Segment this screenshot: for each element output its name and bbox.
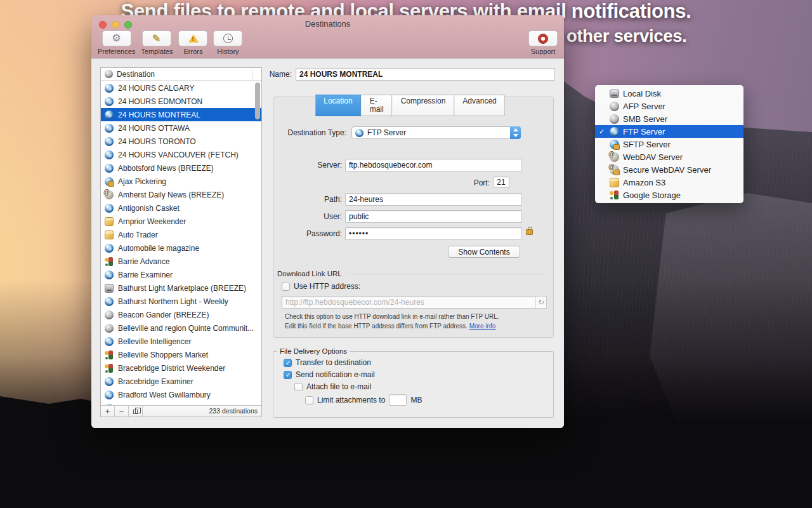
menu-item[interactable]: SFTP Server — [595, 138, 743, 150]
tab[interactable]: E-mail — [362, 95, 393, 116]
toolbar-button[interactable]: Templates — [141, 30, 173, 55]
user-input[interactable] — [345, 210, 522, 223]
file-delivery-options: File Delivery Options Transfer to destin… — [273, 347, 554, 418]
close-button[interactable] — [99, 21, 107, 29]
destination-row[interactable]: Antigonish Casket — [101, 201, 261, 215]
path-label: Path: — [273, 195, 342, 204]
destination-row[interactable]: Bracebridge District Weekender — [101, 361, 261, 375]
warning-icon — [188, 33, 199, 44]
support-button[interactable]: Support — [528, 30, 558, 55]
destination-row[interactable]: Bathurst Northern Light - Weekly — [101, 295, 261, 308]
sidebar-scrollbar[interactable] — [255, 83, 260, 404]
destination-row[interactable]: Belleville Shoppers Market — [101, 348, 261, 361]
destination-row[interactable]: Barrie Advance — [101, 255, 261, 268]
destination-type-value: FTP Server — [367, 128, 406, 137]
destination-row[interactable]: Arnprior Weekender — [101, 215, 261, 228]
destination-row[interactable]: Auto Trader — [101, 228, 261, 241]
name-input[interactable] — [296, 68, 555, 81]
transfer-checkbox[interactable] — [284, 359, 292, 367]
menu-item[interactable]: Local Disk — [595, 87, 743, 100]
port-input[interactable] — [493, 177, 509, 188]
webdav-icon — [105, 190, 114, 199]
duplicate-destination-button[interactable] — [129, 406, 143, 417]
destination-row[interactable]: Bathurst Light Marketplace (BREEZE) — [101, 281, 261, 295]
list-footer: + − 233 destinations — [101, 405, 261, 417]
destination-row[interactable]: 24 HOURS VANCOUVER (FETCH) — [101, 148, 261, 161]
globe-icon — [105, 377, 114, 386]
file-delivery-legend: File Delivery Options — [277, 347, 350, 355]
use-http-checkbox[interactable] — [282, 283, 290, 291]
toolbar-button[interactable]: Errors — [178, 30, 207, 55]
desktop: Send files to remote and local servers w… — [0, 0, 812, 508]
password-input[interactable] — [345, 227, 522, 240]
traffic-lights — [99, 21, 132, 29]
destination-row[interactable]: 24 HOURS TORONTO — [101, 135, 261, 148]
globe-icon — [105, 137, 114, 146]
show-contents-button[interactable]: Show Contents — [448, 246, 520, 258]
destination-row[interactable]: Bradford West Gwillambury — [101, 388, 261, 401]
globe-grey-icon — [610, 114, 619, 124]
globe-icon — [105, 244, 114, 253]
attach-label: Attach file to e-mail — [306, 382, 371, 391]
destination-row[interactable]: Abbotsford News (BREEZE) — [101, 161, 261, 175]
destination-row[interactable]: Automobile le magazine — [101, 241, 261, 255]
notification-checkbox[interactable] — [284, 371, 292, 379]
duplicate-icon — [133, 410, 138, 414]
menu-item[interactable]: WebDAV Server — [595, 150, 743, 163]
destination-row[interactable]: Ajax Pickering — [101, 175, 261, 188]
checkmark-icon: ✓ — [598, 128, 606, 136]
destination-column-header[interactable]: Destination — [101, 68, 261, 81]
menu-item[interactable]: Amazon S3 — [595, 176, 743, 189]
limit-mb-input[interactable] — [389, 394, 407, 406]
http-address-input[interactable] — [282, 296, 547, 309]
destination-row[interactable]: Beacon Gander (BREEZE) — [101, 308, 261, 321]
destination-row[interactable]: Belleville Intelligencer — [101, 335, 261, 348]
destination-row[interactable]: 24 HOURS OTTAWA — [101, 121, 261, 135]
refresh-icon[interactable]: ↻ — [535, 296, 547, 309]
remove-destination-button[interactable]: − — [115, 406, 129, 417]
download-link-title: Download Link URL — [277, 270, 342, 277]
webdav-lock-icon — [610, 165, 619, 175]
destination-type-popup[interactable]: FTP Server — [351, 126, 521, 139]
destination-row[interactable]: Barrie Examiner — [101, 268, 261, 281]
menu-item[interactable]: ✓ FTP Server — [595, 125, 743, 138]
destination-row[interactable]: 24 HOURS CALGARY — [101, 81, 261, 95]
download-help-line2: Edit this field if the base HTTP address… — [285, 323, 495, 330]
attach-checkbox[interactable] — [294, 383, 303, 391]
gstorage-icon — [610, 190, 619, 200]
menu-item-label: SMB Server — [623, 114, 667, 124]
zoom-button[interactable] — [124, 21, 132, 29]
globe-icon — [105, 124, 114, 133]
globe-icon — [105, 391, 114, 399]
menu-item[interactable]: AFP Server — [595, 100, 743, 112]
destination-row[interactable]: Bracebridge Examiner — [101, 375, 261, 388]
globe-grey-icon — [105, 324, 114, 333]
s3-icon — [105, 217, 114, 226]
scrollbar-thumb[interactable] — [255, 83, 260, 119]
path-input[interactable] — [345, 193, 522, 206]
pencil-icon — [152, 33, 162, 44]
more-info-link[interactable]: More info — [469, 323, 496, 330]
menu-item[interactable]: Secure WebDAV Server — [595, 163, 743, 176]
add-destination-button[interactable]: + — [101, 406, 115, 417]
menu-item[interactable]: SMB Server — [595, 112, 743, 125]
destination-row[interactable]: Amherst Daily News (BREEZE) — [101, 188, 261, 201]
tab[interactable]: Compression — [393, 95, 455, 116]
toolbar-button[interactable]: History — [213, 30, 242, 55]
globe-lock-icon — [610, 140, 619, 149]
destination-row[interactable]: Belleville and region Quinte Communit... — [101, 321, 261, 335]
gstorage-icon — [105, 364, 114, 373]
server-input[interactable] — [345, 159, 522, 171]
menu-item-label: Amazon S3 — [623, 178, 665, 187]
server-type-menu: Local Disk AFP Server SMB Server ✓ FTP S… — [595, 85, 743, 203]
limit-checkbox[interactable] — [305, 396, 313, 404]
minimize-button[interactable] — [112, 21, 119, 29]
tab[interactable]: Advanced — [454, 95, 505, 116]
menu-item[interactable]: Google Storage — [595, 189, 743, 201]
destination-row[interactable]: 24 HOURS EDMONTON — [101, 95, 261, 108]
globe-icon — [355, 129, 363, 137]
toolbar-button[interactable]: Preferences — [98, 30, 135, 55]
tab[interactable]: Location — [315, 95, 361, 116]
password-label: Password: — [273, 229, 342, 238]
destination-row[interactable]: 24 HOURS MONTREAL — [101, 108, 261, 121]
